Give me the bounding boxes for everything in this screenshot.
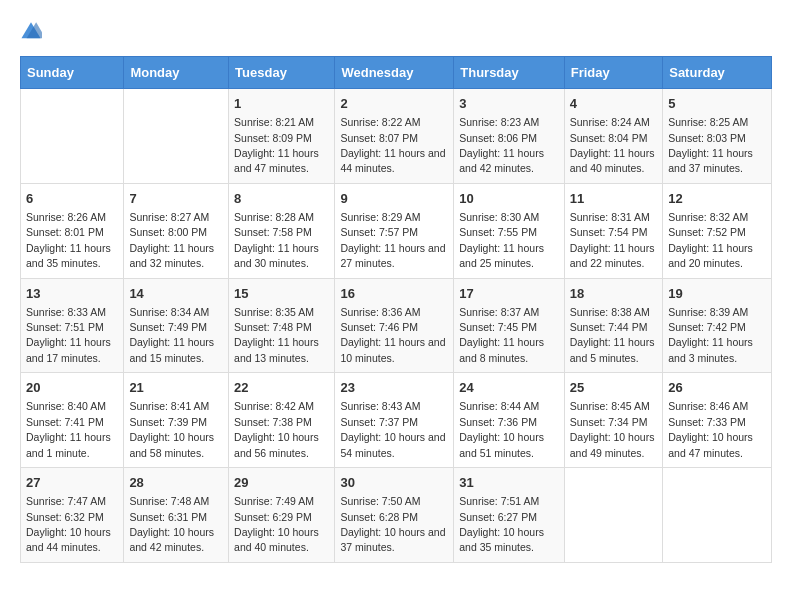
- calendar-day-cell: 24 Sunrise: 8:44 AMSunset: 7:36 PMDaylig…: [454, 373, 565, 468]
- calendar-day-cell: 13 Sunrise: 8:33 AMSunset: 7:51 PMDaylig…: [21, 278, 124, 373]
- calendar-day-cell: 5 Sunrise: 8:25 AMSunset: 8:03 PMDayligh…: [663, 89, 772, 184]
- day-info: Sunrise: 8:26 AMSunset: 8:01 PMDaylight:…: [26, 211, 111, 269]
- day-info: Sunrise: 8:27 AMSunset: 8:00 PMDaylight:…: [129, 211, 214, 269]
- calendar-day-cell: 23 Sunrise: 8:43 AMSunset: 7:37 PMDaylig…: [335, 373, 454, 468]
- page-header: [20, 20, 772, 46]
- calendar-day-cell: 6 Sunrise: 8:26 AMSunset: 8:01 PMDayligh…: [21, 183, 124, 278]
- calendar-day-cell: 31 Sunrise: 7:51 AMSunset: 6:27 PMDaylig…: [454, 468, 565, 563]
- day-info: Sunrise: 7:51 AMSunset: 6:27 PMDaylight:…: [459, 495, 544, 553]
- day-info: Sunrise: 8:28 AMSunset: 7:58 PMDaylight:…: [234, 211, 319, 269]
- day-info: Sunrise: 8:38 AMSunset: 7:44 PMDaylight:…: [570, 306, 655, 364]
- calendar-day-cell: 16 Sunrise: 8:36 AMSunset: 7:46 PMDaylig…: [335, 278, 454, 373]
- day-number: 27: [26, 474, 118, 492]
- calendar-week-row: 1 Sunrise: 8:21 AMSunset: 8:09 PMDayligh…: [21, 89, 772, 184]
- day-number: 9: [340, 190, 448, 208]
- day-of-week-header: Wednesday: [335, 57, 454, 89]
- day-number: 1: [234, 95, 329, 113]
- calendar-day-cell: 18 Sunrise: 8:38 AMSunset: 7:44 PMDaylig…: [564, 278, 662, 373]
- day-number: 13: [26, 285, 118, 303]
- day-info: Sunrise: 8:30 AMSunset: 7:55 PMDaylight:…: [459, 211, 544, 269]
- day-number: 17: [459, 285, 559, 303]
- calendar-day-cell: 29 Sunrise: 7:49 AMSunset: 6:29 PMDaylig…: [229, 468, 335, 563]
- day-number: 3: [459, 95, 559, 113]
- day-info: Sunrise: 7:49 AMSunset: 6:29 PMDaylight:…: [234, 495, 319, 553]
- calendar-day-cell: 7 Sunrise: 8:27 AMSunset: 8:00 PMDayligh…: [124, 183, 229, 278]
- calendar-day-cell: 20 Sunrise: 8:40 AMSunset: 7:41 PMDaylig…: [21, 373, 124, 468]
- calendar-day-cell: [21, 89, 124, 184]
- calendar-day-cell: 4 Sunrise: 8:24 AMSunset: 8:04 PMDayligh…: [564, 89, 662, 184]
- day-number: 2: [340, 95, 448, 113]
- day-of-week-header: Tuesday: [229, 57, 335, 89]
- calendar-day-cell: 15 Sunrise: 8:35 AMSunset: 7:48 PMDaylig…: [229, 278, 335, 373]
- calendar-week-row: 6 Sunrise: 8:26 AMSunset: 8:01 PMDayligh…: [21, 183, 772, 278]
- day-number: 22: [234, 379, 329, 397]
- day-number: 10: [459, 190, 559, 208]
- calendar-day-cell: 30 Sunrise: 7:50 AMSunset: 6:28 PMDaylig…: [335, 468, 454, 563]
- day-number: 6: [26, 190, 118, 208]
- day-number: 30: [340, 474, 448, 492]
- calendar-day-cell: 1 Sunrise: 8:21 AMSunset: 8:09 PMDayligh…: [229, 89, 335, 184]
- day-info: Sunrise: 8:44 AMSunset: 7:36 PMDaylight:…: [459, 400, 544, 458]
- calendar-day-cell: 10 Sunrise: 8:30 AMSunset: 7:55 PMDaylig…: [454, 183, 565, 278]
- day-info: Sunrise: 8:21 AMSunset: 8:09 PMDaylight:…: [234, 116, 319, 174]
- day-info: Sunrise: 8:43 AMSunset: 7:37 PMDaylight:…: [340, 400, 445, 458]
- calendar-day-cell: 11 Sunrise: 8:31 AMSunset: 7:54 PMDaylig…: [564, 183, 662, 278]
- day-number: 7: [129, 190, 223, 208]
- calendar-day-cell: 19 Sunrise: 8:39 AMSunset: 7:42 PMDaylig…: [663, 278, 772, 373]
- day-info: Sunrise: 8:25 AMSunset: 8:03 PMDaylight:…: [668, 116, 753, 174]
- day-number: 23: [340, 379, 448, 397]
- calendar-header-row: SundayMondayTuesdayWednesdayThursdayFrid…: [21, 57, 772, 89]
- day-info: Sunrise: 8:36 AMSunset: 7:46 PMDaylight:…: [340, 306, 445, 364]
- day-of-week-header: Thursday: [454, 57, 565, 89]
- day-number: 8: [234, 190, 329, 208]
- day-info: Sunrise: 7:47 AMSunset: 6:32 PMDaylight:…: [26, 495, 111, 553]
- day-number: 18: [570, 285, 657, 303]
- day-number: 19: [668, 285, 766, 303]
- day-number: 12: [668, 190, 766, 208]
- calendar-day-cell: 25 Sunrise: 8:45 AMSunset: 7:34 PMDaylig…: [564, 373, 662, 468]
- calendar-day-cell: 26 Sunrise: 8:46 AMSunset: 7:33 PMDaylig…: [663, 373, 772, 468]
- day-number: 20: [26, 379, 118, 397]
- calendar-week-row: 27 Sunrise: 7:47 AMSunset: 6:32 PMDaylig…: [21, 468, 772, 563]
- day-number: 26: [668, 379, 766, 397]
- day-number: 28: [129, 474, 223, 492]
- calendar-day-cell: [663, 468, 772, 563]
- day-info: Sunrise: 8:22 AMSunset: 8:07 PMDaylight:…: [340, 116, 445, 174]
- day-number: 5: [668, 95, 766, 113]
- day-info: Sunrise: 8:41 AMSunset: 7:39 PMDaylight:…: [129, 400, 214, 458]
- day-info: Sunrise: 8:33 AMSunset: 7:51 PMDaylight:…: [26, 306, 111, 364]
- day-info: Sunrise: 8:24 AMSunset: 8:04 PMDaylight:…: [570, 116, 655, 174]
- calendar-day-cell: [124, 89, 229, 184]
- day-number: 14: [129, 285, 223, 303]
- day-info: Sunrise: 8:39 AMSunset: 7:42 PMDaylight:…: [668, 306, 753, 364]
- day-number: 21: [129, 379, 223, 397]
- day-info: Sunrise: 8:29 AMSunset: 7:57 PMDaylight:…: [340, 211, 445, 269]
- day-of-week-header: Friday: [564, 57, 662, 89]
- day-info: Sunrise: 8:46 AMSunset: 7:33 PMDaylight:…: [668, 400, 753, 458]
- day-number: 4: [570, 95, 657, 113]
- logo: [20, 20, 46, 46]
- day-info: Sunrise: 8:45 AMSunset: 7:34 PMDaylight:…: [570, 400, 655, 458]
- day-number: 29: [234, 474, 329, 492]
- day-info: Sunrise: 8:23 AMSunset: 8:06 PMDaylight:…: [459, 116, 544, 174]
- calendar-day-cell: 8 Sunrise: 8:28 AMSunset: 7:58 PMDayligh…: [229, 183, 335, 278]
- day-of-week-header: Monday: [124, 57, 229, 89]
- calendar-day-cell: [564, 468, 662, 563]
- day-info: Sunrise: 8:42 AMSunset: 7:38 PMDaylight:…: [234, 400, 319, 458]
- day-number: 15: [234, 285, 329, 303]
- calendar-day-cell: 9 Sunrise: 8:29 AMSunset: 7:57 PMDayligh…: [335, 183, 454, 278]
- day-info: Sunrise: 8:35 AMSunset: 7:48 PMDaylight:…: [234, 306, 319, 364]
- day-info: Sunrise: 8:34 AMSunset: 7:49 PMDaylight:…: [129, 306, 214, 364]
- calendar-day-cell: 3 Sunrise: 8:23 AMSunset: 8:06 PMDayligh…: [454, 89, 565, 184]
- calendar-week-row: 20 Sunrise: 8:40 AMSunset: 7:41 PMDaylig…: [21, 373, 772, 468]
- calendar-day-cell: 22 Sunrise: 8:42 AMSunset: 7:38 PMDaylig…: [229, 373, 335, 468]
- day-number: 31: [459, 474, 559, 492]
- day-of-week-header: Saturday: [663, 57, 772, 89]
- calendar-day-cell: 14 Sunrise: 8:34 AMSunset: 7:49 PMDaylig…: [124, 278, 229, 373]
- calendar-day-cell: 28 Sunrise: 7:48 AMSunset: 6:31 PMDaylig…: [124, 468, 229, 563]
- calendar-table: SundayMondayTuesdayWednesdayThursdayFrid…: [20, 56, 772, 563]
- calendar-day-cell: 2 Sunrise: 8:22 AMSunset: 8:07 PMDayligh…: [335, 89, 454, 184]
- calendar-week-row: 13 Sunrise: 8:33 AMSunset: 7:51 PMDaylig…: [21, 278, 772, 373]
- calendar-day-cell: 21 Sunrise: 8:41 AMSunset: 7:39 PMDaylig…: [124, 373, 229, 468]
- day-number: 24: [459, 379, 559, 397]
